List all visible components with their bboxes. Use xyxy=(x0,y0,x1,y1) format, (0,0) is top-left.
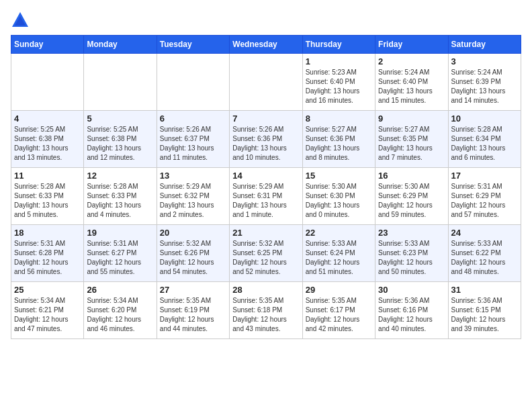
day-info: Sunrise: 5:34 AM Sunset: 6:20 PM Dayligh… xyxy=(87,296,153,334)
day-number: 20 xyxy=(160,228,226,238)
day-number: 28 xyxy=(232,285,299,295)
calendar-cell: 26Sunrise: 5:34 AM Sunset: 6:20 PM Dayli… xyxy=(84,282,157,339)
day-number: 19 xyxy=(87,228,153,238)
day-info: Sunrise: 5:32 AM Sunset: 6:25 PM Dayligh… xyxy=(232,239,299,277)
calendar-cell: 11Sunrise: 5:28 AM Sunset: 6:33 PM Dayli… xyxy=(11,168,84,225)
day-info: Sunrise: 5:33 AM Sunset: 6:22 PM Dayligh… xyxy=(451,239,518,277)
day-number: 25 xyxy=(14,285,81,295)
calendar-cell: 8Sunrise: 5:27 AM Sunset: 6:36 PM Daylig… xyxy=(302,111,375,168)
day-number: 17 xyxy=(451,171,518,181)
day-number: 31 xyxy=(451,285,518,295)
calendar-cell: 2Sunrise: 5:24 AM Sunset: 6:40 PM Daylig… xyxy=(375,54,448,111)
day-number: 16 xyxy=(378,171,445,181)
calendar-cell: 3Sunrise: 5:24 AM Sunset: 6:39 PM Daylig… xyxy=(448,54,521,111)
day-number: 24 xyxy=(451,228,518,238)
calendar-cell: 4Sunrise: 5:25 AM Sunset: 6:38 PM Daylig… xyxy=(11,111,84,168)
day-number: 13 xyxy=(160,171,226,181)
day-info: Sunrise: 5:27 AM Sunset: 6:35 PM Dayligh… xyxy=(378,125,445,163)
day-info: Sunrise: 5:30 AM Sunset: 6:29 PM Dayligh… xyxy=(378,182,445,220)
day-info: Sunrise: 5:35 AM Sunset: 6:19 PM Dayligh… xyxy=(160,296,226,334)
day-info: Sunrise: 5:28 AM Sunset: 6:33 PM Dayligh… xyxy=(14,182,81,220)
day-number: 6 xyxy=(160,113,226,124)
day-info: Sunrise: 5:34 AM Sunset: 6:21 PM Dayligh… xyxy=(14,296,81,334)
calendar-cell: 23Sunrise: 5:33 AM Sunset: 6:23 PM Dayli… xyxy=(375,225,448,282)
day-info: Sunrise: 5:30 AM Sunset: 6:30 PM Dayligh… xyxy=(306,182,372,220)
calendar-cell: 25Sunrise: 5:34 AM Sunset: 6:21 PM Dayli… xyxy=(11,282,84,339)
day-info: Sunrise: 5:32 AM Sunset: 6:26 PM Dayligh… xyxy=(160,239,226,277)
calendar-cell: 30Sunrise: 5:36 AM Sunset: 6:16 PM Dayli… xyxy=(375,282,448,339)
calendar-cell: 7Sunrise: 5:26 AM Sunset: 6:36 PM Daylig… xyxy=(230,111,302,168)
day-info: Sunrise: 5:28 AM Sunset: 6:33 PM Dayligh… xyxy=(87,182,153,220)
day-info: Sunrise: 5:35 AM Sunset: 6:18 PM Dayligh… xyxy=(232,296,299,334)
day-number: 9 xyxy=(378,113,445,124)
day-info: Sunrise: 5:26 AM Sunset: 6:36 PM Dayligh… xyxy=(232,125,299,163)
calendar-cell: 10Sunrise: 5:28 AM Sunset: 6:34 PM Dayli… xyxy=(448,111,521,168)
day-info: Sunrise: 5:24 AM Sunset: 6:39 PM Dayligh… xyxy=(451,68,518,105)
day-number: 11 xyxy=(14,171,81,181)
day-info: Sunrise: 5:33 AM Sunset: 6:24 PM Dayligh… xyxy=(306,239,372,277)
weekday-header-sunday: Sunday xyxy=(11,36,84,54)
day-info: Sunrise: 5:31 AM Sunset: 6:29 PM Dayligh… xyxy=(451,182,518,220)
calendar-week-1: 1Sunrise: 5:23 AM Sunset: 6:40 PM Daylig… xyxy=(11,54,521,111)
day-info: Sunrise: 5:33 AM Sunset: 6:23 PM Dayligh… xyxy=(378,239,445,277)
day-number: 12 xyxy=(87,171,153,181)
calendar-cell: 13Sunrise: 5:29 AM Sunset: 6:32 PM Dayli… xyxy=(157,168,229,225)
day-info: Sunrise: 5:25 AM Sunset: 6:38 PM Dayligh… xyxy=(14,125,81,163)
calendar-cell xyxy=(157,54,229,111)
calendar-week-2: 4Sunrise: 5:25 AM Sunset: 6:38 PM Daylig… xyxy=(11,111,521,168)
day-number: 3 xyxy=(451,56,518,66)
logo xyxy=(11,11,32,30)
calendar-cell: 6Sunrise: 5:26 AM Sunset: 6:37 PM Daylig… xyxy=(157,111,229,168)
day-number: 30 xyxy=(378,285,445,295)
day-info: Sunrise: 5:24 AM Sunset: 6:40 PM Dayligh… xyxy=(378,68,445,105)
calendar-cell xyxy=(230,54,302,111)
day-number: 5 xyxy=(87,113,153,124)
calendar-cell: 22Sunrise: 5:33 AM Sunset: 6:24 PM Dayli… xyxy=(302,225,375,282)
day-number: 22 xyxy=(306,228,372,238)
day-info: Sunrise: 5:25 AM Sunset: 6:38 PM Dayligh… xyxy=(87,125,153,163)
calendar-cell: 28Sunrise: 5:35 AM Sunset: 6:18 PM Dayli… xyxy=(230,282,302,339)
calendar-cell: 27Sunrise: 5:35 AM Sunset: 6:19 PM Dayli… xyxy=(157,282,229,339)
day-info: Sunrise: 5:28 AM Sunset: 6:34 PM Dayligh… xyxy=(451,125,518,163)
calendar-cell: 21Sunrise: 5:32 AM Sunset: 6:25 PM Dayli… xyxy=(230,225,302,282)
weekday-header-monday: Monday xyxy=(84,36,157,54)
calendar: SundayMondayTuesdayWednesdayThursdayFrid… xyxy=(11,35,521,339)
logo-icon xyxy=(11,11,30,30)
day-number: 14 xyxy=(232,171,299,181)
day-number: 7 xyxy=(232,113,299,124)
calendar-cell: 19Sunrise: 5:31 AM Sunset: 6:27 PM Dayli… xyxy=(84,225,157,282)
day-number: 1 xyxy=(306,56,372,66)
day-info: Sunrise: 5:31 AM Sunset: 6:28 PM Dayligh… xyxy=(14,239,81,277)
calendar-week-5: 25Sunrise: 5:34 AM Sunset: 6:21 PM Dayli… xyxy=(11,282,521,339)
calendar-cell: 20Sunrise: 5:32 AM Sunset: 6:26 PM Dayli… xyxy=(157,225,229,282)
day-info: Sunrise: 5:27 AM Sunset: 6:36 PM Dayligh… xyxy=(306,125,372,163)
weekday-header-thursday: Thursday xyxy=(302,36,375,54)
calendar-cell: 5Sunrise: 5:25 AM Sunset: 6:38 PM Daylig… xyxy=(84,111,157,168)
calendar-cell: 24Sunrise: 5:33 AM Sunset: 6:22 PM Dayli… xyxy=(448,225,521,282)
day-number: 29 xyxy=(306,285,372,295)
calendar-cell: 29Sunrise: 5:35 AM Sunset: 6:17 PM Dayli… xyxy=(302,282,375,339)
calendar-week-4: 18Sunrise: 5:31 AM Sunset: 6:28 PM Dayli… xyxy=(11,225,521,282)
day-info: Sunrise: 5:36 AM Sunset: 6:15 PM Dayligh… xyxy=(451,296,518,334)
day-number: 4 xyxy=(14,113,81,124)
calendar-cell: 14Sunrise: 5:29 AM Sunset: 6:31 PM Dayli… xyxy=(230,168,302,225)
calendar-cell: 1Sunrise: 5:23 AM Sunset: 6:40 PM Daylig… xyxy=(302,54,375,111)
day-number: 2 xyxy=(378,56,445,66)
day-number: 15 xyxy=(306,171,372,181)
day-info: Sunrise: 5:36 AM Sunset: 6:16 PM Dayligh… xyxy=(378,296,445,334)
weekday-header-friday: Friday xyxy=(375,36,448,54)
day-info: Sunrise: 5:35 AM Sunset: 6:17 PM Dayligh… xyxy=(306,296,372,334)
calendar-cell xyxy=(84,54,157,111)
calendar-week-3: 11Sunrise: 5:28 AM Sunset: 6:33 PM Dayli… xyxy=(11,168,521,225)
day-number: 8 xyxy=(306,113,372,124)
day-number: 18 xyxy=(14,228,81,238)
calendar-cell: 15Sunrise: 5:30 AM Sunset: 6:30 PM Dayli… xyxy=(302,168,375,225)
day-number: 10 xyxy=(451,113,518,124)
page-header xyxy=(11,11,521,30)
calendar-cell: 12Sunrise: 5:28 AM Sunset: 6:33 PM Dayli… xyxy=(84,168,157,225)
calendar-cell: 18Sunrise: 5:31 AM Sunset: 6:28 PM Dayli… xyxy=(11,225,84,282)
day-info: Sunrise: 5:29 AM Sunset: 6:31 PM Dayligh… xyxy=(232,182,299,220)
day-number: 27 xyxy=(160,285,226,295)
day-info: Sunrise: 5:26 AM Sunset: 6:37 PM Dayligh… xyxy=(160,125,226,163)
calendar-cell: 17Sunrise: 5:31 AM Sunset: 6:29 PM Dayli… xyxy=(448,168,521,225)
